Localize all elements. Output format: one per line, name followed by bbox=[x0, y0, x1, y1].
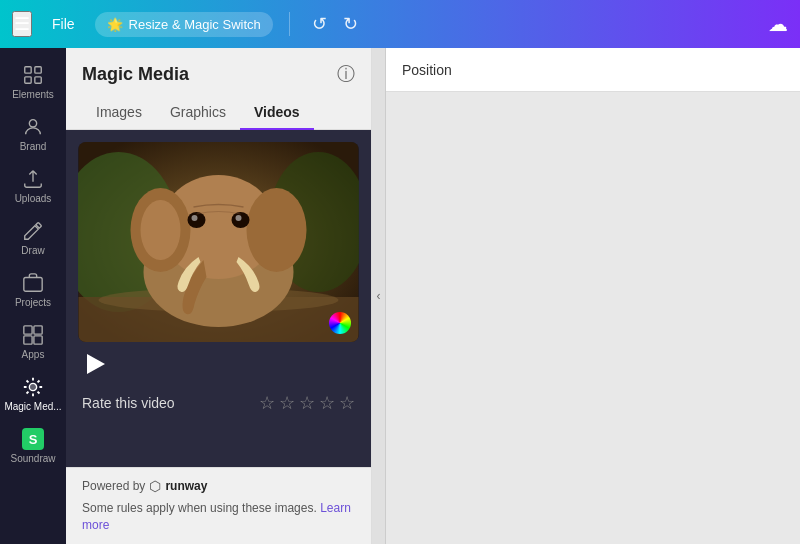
elements-icon bbox=[22, 64, 44, 86]
canvas-area: Position bbox=[386, 48, 800, 544]
powered-by-label: Powered by bbox=[82, 479, 145, 493]
star-icon: 🌟 bbox=[107, 17, 123, 32]
svg-rect-3 bbox=[35, 77, 41, 83]
video-card: Rate this video ☆ ☆ ☆ ☆ ☆ bbox=[66, 130, 371, 428]
draw-icon bbox=[22, 220, 44, 242]
sidebar-label-magic: Magic Med... bbox=[4, 401, 61, 412]
svg-point-10 bbox=[29, 383, 36, 390]
sidebar-item-draw[interactable]: Draw bbox=[0, 212, 66, 264]
cloud-save-button[interactable]: ☁ bbox=[768, 12, 788, 36]
color-wheel-icon bbox=[329, 312, 351, 334]
svg-point-20 bbox=[141, 200, 181, 260]
soundraw-icon: S bbox=[22, 428, 44, 450]
panel-tabs: Images Graphics Videos bbox=[66, 96, 371, 130]
sidebar-label-soundraw: Soundraw bbox=[10, 453, 55, 464]
rate-label: Rate this video bbox=[82, 395, 175, 411]
sidebar-item-brand[interactable]: Brand bbox=[0, 108, 66, 160]
sidebar-item-uploads[interactable]: Uploads bbox=[0, 160, 66, 212]
rules-text: Some rules apply when using these images… bbox=[82, 500, 355, 534]
panel-footer: Powered by ⬡ runway Some rules apply whe… bbox=[66, 467, 371, 544]
magic-icon bbox=[22, 376, 44, 398]
redo-button[interactable]: ↻ bbox=[337, 9, 364, 39]
tab-videos[interactable]: Videos bbox=[240, 96, 314, 130]
play-button[interactable] bbox=[78, 346, 114, 382]
projects-icon bbox=[22, 272, 44, 294]
brand-icon bbox=[22, 116, 44, 138]
sidebar-label-uploads: Uploads bbox=[15, 193, 52, 204]
svg-point-24 bbox=[236, 215, 242, 221]
star-1[interactable]: ☆ bbox=[259, 392, 275, 414]
panel-title: Magic Media bbox=[82, 64, 189, 85]
nav-buttons: ↺ ↻ bbox=[306, 9, 364, 39]
rate-section: Rate this video ☆ ☆ ☆ ☆ ☆ bbox=[78, 382, 359, 424]
svg-rect-5 bbox=[24, 278, 42, 292]
sidebar-item-elements[interactable]: Elements bbox=[0, 56, 66, 108]
collapse-panel-button[interactable]: ‹ bbox=[372, 48, 386, 544]
topbar-divider bbox=[289, 12, 290, 36]
topbar: ☰ File 🌟 Resize & Magic Switch ↺ ↻ ☁ bbox=[0, 0, 800, 48]
star-rating: ☆ ☆ ☆ ☆ ☆ bbox=[259, 392, 355, 414]
sidebar-item-projects[interactable]: Projects bbox=[0, 264, 66, 316]
canvas-toolbar: Position bbox=[386, 48, 800, 92]
main-area: Elements Brand Uploads Draw bbox=[0, 48, 800, 544]
runway-icon: ⬡ bbox=[149, 478, 161, 494]
svg-rect-9 bbox=[34, 336, 42, 344]
powered-by: Powered by ⬡ runway bbox=[82, 478, 355, 494]
resize-label: Resize & Magic Switch bbox=[129, 17, 261, 32]
video-thumbnail bbox=[78, 142, 359, 342]
menu-button[interactable]: ☰ bbox=[12, 11, 32, 37]
svg-point-19 bbox=[247, 188, 307, 272]
apps-icon bbox=[22, 324, 44, 346]
sidebar-label-elements: Elements bbox=[12, 89, 54, 100]
runway-brand-label: runway bbox=[165, 479, 207, 493]
sidebar-item-apps[interactable]: Apps bbox=[0, 316, 66, 368]
svg-rect-7 bbox=[34, 326, 42, 334]
star-5[interactable]: ☆ bbox=[339, 392, 355, 414]
svg-rect-2 bbox=[25, 77, 31, 83]
svg-rect-8 bbox=[24, 336, 32, 344]
icon-sidebar: Elements Brand Uploads Draw bbox=[0, 48, 66, 544]
sidebar-item-magic[interactable]: Magic Med... bbox=[0, 368, 66, 420]
elephant-image bbox=[78, 142, 359, 342]
panel-header: Magic Media ⓘ bbox=[66, 48, 371, 96]
sidebar-label-apps: Apps bbox=[22, 349, 45, 360]
canvas-body[interactable] bbox=[386, 92, 800, 544]
sidebar-label-draw: Draw bbox=[21, 245, 44, 256]
sidebar-item-soundraw[interactable]: S Soundraw bbox=[0, 420, 66, 472]
file-button[interactable]: File bbox=[44, 12, 83, 36]
panel-info-button[interactable]: ⓘ bbox=[337, 62, 355, 86]
panel-content: Rate this video ☆ ☆ ☆ ☆ ☆ bbox=[66, 130, 371, 467]
svg-rect-0 bbox=[25, 67, 31, 73]
undo-button[interactable]: ↺ bbox=[306, 9, 333, 39]
svg-rect-6 bbox=[24, 326, 32, 334]
panel: Magic Media ⓘ Images Graphics Videos bbox=[66, 48, 372, 544]
video-controls: Rate this video ☆ ☆ ☆ ☆ ☆ bbox=[78, 342, 359, 428]
svg-point-23 bbox=[192, 215, 198, 221]
svg-rect-1 bbox=[35, 67, 41, 73]
sidebar-label-projects: Projects bbox=[15, 297, 51, 308]
position-label: Position bbox=[402, 62, 452, 78]
star-4[interactable]: ☆ bbox=[319, 392, 335, 414]
star-3[interactable]: ☆ bbox=[299, 392, 315, 414]
uploads-icon bbox=[22, 168, 44, 190]
star-2[interactable]: ☆ bbox=[279, 392, 295, 414]
tab-graphics[interactable]: Graphics bbox=[156, 96, 240, 130]
sidebar-label-brand: Brand bbox=[20, 141, 47, 152]
svg-point-4 bbox=[29, 120, 36, 127]
tab-images[interactable]: Images bbox=[82, 96, 156, 130]
resize-magic-switch-button[interactable]: 🌟 Resize & Magic Switch bbox=[95, 12, 273, 37]
